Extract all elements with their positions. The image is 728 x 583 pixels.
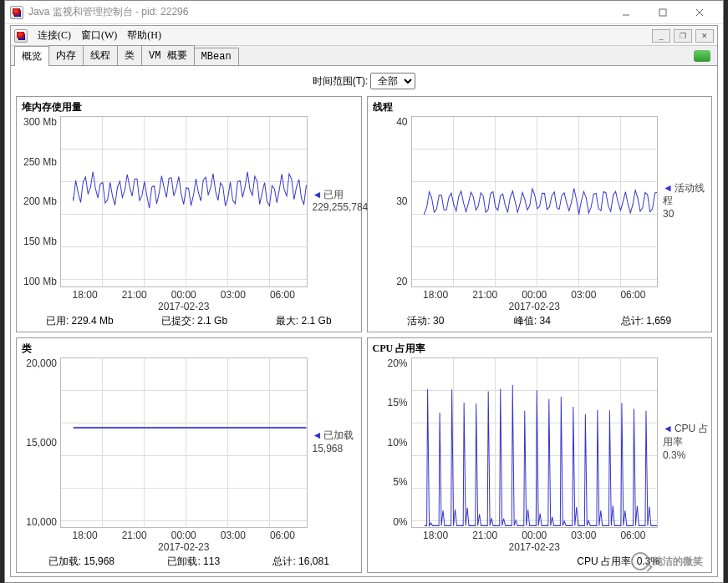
tab-overview[interactable]: 概览 xyxy=(14,46,49,66)
x-axis: 18:0021:0000:0003:0006:002017-02-23 xyxy=(60,289,308,312)
content-area: 时间范围(T): 全部 堆内存使用量 300 Mb250 Mb200 Mb150… xyxy=(11,66,717,576)
legend: ◄已加载15,968 xyxy=(308,357,359,529)
tab-vm[interactable]: VM 概要 xyxy=(141,45,195,65)
chart-title: 线程 xyxy=(369,100,710,116)
plot-area[interactable] xyxy=(411,357,659,529)
maximize-button[interactable] xyxy=(644,2,681,23)
menubar: 连接(C) 窗口(W) 帮助(H) _ ❐ ✕ xyxy=(11,26,717,46)
plot-area[interactable] xyxy=(411,116,659,287)
legend: ◄已用229,255,784 xyxy=(308,116,359,287)
timerange-row: 时间范围(T): 全部 xyxy=(16,69,712,96)
inner-minimize-button[interactable]: _ xyxy=(652,29,670,43)
timerange-label: 时间范围(T): xyxy=(313,75,369,87)
minimize-button[interactable] xyxy=(608,2,644,23)
tabbar: 概览 内存 线程 类 VM 概要 MBean xyxy=(11,46,717,66)
close-button[interactable] xyxy=(681,2,718,23)
x-axis: 18:0021:0000:0003:0006:002017-02-23 xyxy=(411,530,659,553)
connection-icon xyxy=(694,50,710,62)
y-axis: 403020 xyxy=(369,116,411,287)
stats-row: 已加载: 15,968 已卸载: 113 总计: 16,081 xyxy=(18,553,359,569)
timerange-select[interactable]: 全部 xyxy=(370,73,415,89)
menu-window[interactable]: 窗口(W) xyxy=(76,27,122,44)
svg-rect-0 xyxy=(659,9,666,16)
charts-grid: 堆内存使用量 300 Mb250 Mb200 Mb150 Mb100 Mb ◄已… xyxy=(16,96,712,573)
x-axis: 18:0021:0000:0003:0006:002017-02-23 xyxy=(411,289,659,312)
chart-threads: 线程 403020 ◄活动线程30 18:0021:0000:0003:0006… xyxy=(367,96,713,332)
inner-restore-button[interactable]: ❐ xyxy=(674,29,692,43)
inner-close-button[interactable]: ✕ xyxy=(695,29,714,43)
y-axis: 20,00015,00010,000 xyxy=(18,357,60,529)
menu-connect[interactable]: 连接(C) xyxy=(33,27,76,44)
plot-area[interactable] xyxy=(60,116,308,287)
java-icon xyxy=(10,6,23,19)
plot-area[interactable] xyxy=(60,357,308,529)
y-axis: 300 Mb250 Mb200 Mb150 Mb100 Mb xyxy=(18,116,60,287)
java-icon xyxy=(14,29,28,43)
outer-window: Java 监视和管理控制台 - pid: 22296 连接(C) 窗口(W) 帮… xyxy=(4,0,724,583)
chart-title: CPU 占用率 xyxy=(369,342,710,357)
tab-mbean[interactable]: MBean xyxy=(194,48,239,65)
stats-row: 活动: 30 峰值: 34 总计: 1,659 xyxy=(369,312,710,328)
wechat-icon xyxy=(631,552,649,570)
tab-classes[interactable]: 类 xyxy=(117,45,142,65)
watermark: 纯洁的微笑 xyxy=(631,551,703,570)
chart-heap: 堆内存使用量 300 Mb250 Mb200 Mb150 Mb100 Mb ◄已… xyxy=(16,96,362,332)
stats-row: 已用: 229.4 Mb 已提交: 2.1 Gb 最大: 2.1 Gb xyxy=(18,312,359,328)
legend: ◄活动线程30 xyxy=(658,116,710,287)
titlebar: Java 监视和管理控制台 - pid: 22296 xyxy=(5,1,723,24)
tab-threads[interactable]: 线程 xyxy=(83,45,118,65)
x-axis: 18:0021:0000:0003:0006:002017-02-23 xyxy=(60,530,308,553)
chart-title: 类 xyxy=(18,342,359,357)
window-title: Java 监视和管理控制台 - pid: 22296 xyxy=(28,5,608,19)
y-axis: 20%15%10%5%0% xyxy=(369,357,411,529)
menu-help[interactable]: 帮助(H) xyxy=(122,27,166,44)
inner-window: 连接(C) 窗口(W) 帮助(H) _ ❐ ✕ 概览 内存 线程 类 VM 概要… xyxy=(10,25,718,577)
chart-title: 堆内存使用量 xyxy=(18,100,359,116)
legend: ◄CPU 占用率0.3% xyxy=(658,357,710,529)
chart-classes: 类 20,00015,00010,000 ◄已加载15,968 18:0021:… xyxy=(16,337,362,574)
chart-cpu: CPU 占用率 20%15%10%5%0% ◄CPU 占用率0.3% 18:00… xyxy=(367,337,713,574)
tab-memory[interactable]: 内存 xyxy=(48,45,84,65)
